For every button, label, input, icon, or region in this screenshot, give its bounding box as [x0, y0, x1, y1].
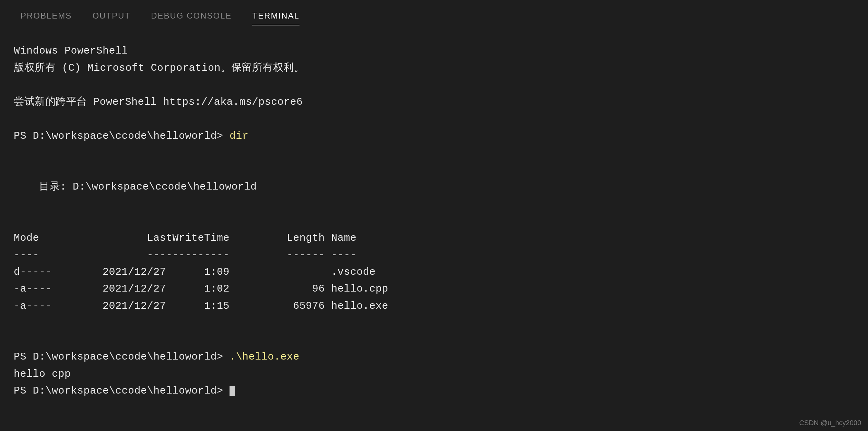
terminal-line: 目录: D:\workspace\ccode\helloworld	[14, 181, 257, 193]
terminal-output: hello cpp	[14, 368, 71, 380]
tab-terminal[interactable]: TERMINAL	[252, 7, 299, 25]
terminal-line: 版权所有 (C) Microsoft Corporation。保留所有权利。	[14, 62, 304, 74]
terminal-table-divider: ---- ------------- ------ ----	[14, 249, 356, 261]
watermark: CSDN @u_hcy2000	[799, 419, 861, 427]
panel-tabs: PROBLEMS OUTPUT DEBUG CONSOLE TERMINAL	[0, 0, 868, 25]
terminal-table-row: d----- 2021/12/27 1:09 .vscode	[14, 266, 376, 278]
terminal-prompt: PS D:\workspace\ccode\helloworld>	[14, 130, 230, 142]
terminal-table-header: Mode LastWriteTime Length Name	[14, 232, 356, 244]
terminal-line: 尝试新的跨平台 PowerShell https://aka.ms/pscore…	[14, 96, 303, 108]
terminal-line: Windows PowerShell	[14, 45, 128, 57]
terminal-table-row: -a---- 2021/12/27 1:15 65976 hello.exe	[14, 300, 388, 312]
tab-output[interactable]: OUTPUT	[92, 7, 130, 25]
tab-problems[interactable]: PROBLEMS	[21, 7, 72, 25]
terminal-command: .\hello.exe	[230, 351, 300, 363]
terminal-prompt: PS D:\workspace\ccode\helloworld>	[14, 351, 230, 363]
terminal-table-row: -a---- 2021/12/27 1:02 96 hello.cpp	[14, 283, 388, 295]
terminal-cursor	[230, 386, 235, 396]
tab-debug-console[interactable]: DEBUG CONSOLE	[151, 7, 232, 25]
terminal-content[interactable]: Windows PowerShell 版权所有 (C) Microsoft Co…	[0, 25, 868, 400]
terminal-prompt: PS D:\workspace\ccode\helloworld>	[14, 385, 230, 397]
terminal-command: dir	[230, 130, 249, 142]
